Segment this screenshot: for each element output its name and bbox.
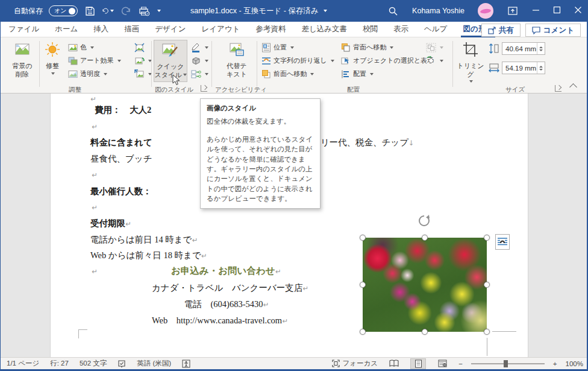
ribbon: 背景の 削除 修整 色 アート効果 透明度 (1, 37, 587, 94)
art-effects-label: アート効果 (80, 56, 114, 65)
tab-file[interactable]: ファイル (1, 22, 47, 37)
tab-layout[interactable]: レイアウト (193, 22, 248, 37)
picture-effects-button[interactable] (191, 54, 208, 67)
shape-width-input[interactable]: 54.19 mm (502, 62, 545, 74)
position-button[interactable]: 位置 (261, 41, 294, 54)
rotate-handle-icon[interactable] (417, 214, 431, 230)
resize-handle-ne[interactable] (484, 235, 490, 241)
share-button[interactable]: 共有 (481, 24, 521, 37)
minimize-button[interactable] (532, 6, 540, 16)
layout-options-button[interactable] (495, 234, 510, 250)
resize-handle-w[interactable] (360, 282, 366, 288)
tooltip-subtitle: 図全体の体裁を変えます。 (207, 117, 314, 126)
tab-insert[interactable]: 挿入 (86, 22, 116, 37)
crop-button[interactable]: トリミング (456, 40, 485, 82)
change-picture-button[interactable] (134, 54, 152, 67)
line-number[interactable]: 行: 27 (50, 359, 69, 368)
quick-styles-caret-icon (183, 74, 187, 76)
quick-access-more-icon[interactable] (157, 10, 161, 12)
send-backward-button[interactable]: 背面へ移動 (341, 41, 393, 54)
save-icon[interactable] (84, 5, 96, 17)
maximize-button[interactable] (553, 6, 561, 16)
bring-forward-button[interactable]: 前面へ移動 (261, 68, 314, 80)
proofing-icon[interactable] (117, 360, 126, 368)
tab-view[interactable]: 表示 (386, 22, 416, 37)
shape-height-input[interactable]: 40.64 mm (502, 42, 545, 55)
print-preview-icon[interactable] (138, 5, 150, 17)
tab-draw[interactable]: 描画 (116, 22, 147, 37)
page-count[interactable]: 1/1 ページ (7, 359, 39, 368)
doc-deadline-heading: 受付期限↵ (90, 218, 131, 229)
doc-contact-company: カナダ・トラベル バンクーバー支店↵ (152, 282, 308, 294)
resize-handle-n[interactable] (422, 235, 428, 241)
focus-mode-button[interactable]: フォーカス (332, 359, 378, 368)
wrap-text-button[interactable]: 文字列の折り返し (261, 54, 334, 67)
zoom-in-button[interactable]: + (553, 360, 557, 367)
web-layout-button[interactable] (434, 358, 450, 369)
word-count[interactable]: 502 文字 (80, 359, 107, 368)
document-title-text: sample1.docx - 互換モード - 保存済み (190, 6, 319, 16)
tab-home[interactable]: ホーム (47, 22, 86, 37)
ribbon-display-options-icon[interactable] (507, 5, 519, 17)
color-button[interactable]: 色 (68, 41, 94, 54)
margin-mark (487, 338, 487, 356)
undo-button[interactable] (102, 5, 114, 17)
crop-label: トリミング (456, 62, 485, 79)
user-name[interactable]: Kohama Yoshie (412, 7, 464, 15)
tab-mailings[interactable]: 差し込み文書 (293, 22, 355, 37)
zoom-out-button[interactable]: − (458, 360, 463, 367)
paragraph-mark: ↵ (92, 203, 98, 212)
tab-help[interactable]: ヘルプ (416, 22, 455, 37)
size-dialog-launcher[interactable] (555, 85, 561, 92)
tab-references[interactable]: 参考資料 (248, 22, 293, 37)
search-icon[interactable] (387, 5, 399, 17)
compress-picture-button[interactable] (134, 41, 145, 54)
zoom-level[interactable]: 100% (566, 360, 583, 367)
quick-styles-button[interactable]: クイック スタイル (154, 40, 187, 82)
remove-background-button[interactable]: 背景の 削除 (7, 40, 38, 82)
collapse-ribbon-icon[interactable] (569, 83, 577, 91)
alt-text-button[interactable]: 代替テ キスト (221, 40, 252, 82)
title-caret-icon[interactable] (324, 10, 327, 12)
bring-forward-icon (261, 69, 271, 79)
zoom-slider-thumb[interactable] (504, 360, 508, 367)
resize-handle-e[interactable] (484, 282, 490, 288)
height-spinner[interactable] (537, 43, 545, 54)
picture-border-icon (191, 43, 201, 52)
picture-layout-icon (191, 69, 201, 79)
resize-handle-sw[interactable] (360, 329, 366, 335)
width-icon (489, 63, 499, 73)
align-button[interactable]: 配置 (341, 68, 374, 80)
toggle-knob-icon (69, 8, 75, 14)
tab-review[interactable]: 校閲 (355, 22, 386, 37)
picture-layout-button[interactable] (191, 68, 208, 80)
tab-design[interactable]: デザイン (147, 22, 193, 37)
resize-handle-s[interactable] (422, 329, 428, 335)
picture-styles-dialog-launcher[interactable] (201, 85, 207, 92)
document-page[interactable]: ↵ 費用： 大人2 ↵ 料金に含まれて 代、往復フェリー代、税金、チップ↓ 昼食… (50, 94, 528, 357)
width-spinner[interactable] (537, 62, 545, 74)
corrections-button[interactable]: 修整 (40, 40, 64, 82)
picture-border-button[interactable] (191, 41, 208, 54)
comments-button[interactable]: コメント (525, 24, 581, 37)
resize-handle-nw[interactable] (360, 235, 366, 241)
print-layout-button[interactable] (410, 358, 426, 369)
language[interactable]: 英語 (米国) (137, 359, 171, 368)
zoom-slider[interactable] (471, 363, 545, 364)
read-mode-button[interactable] (386, 358, 402, 369)
reset-picture-button[interactable] (134, 68, 152, 80)
change-picture-icon (134, 56, 145, 66)
selection-pane-button[interactable]: オブジェクトの選択と表示 (341, 54, 434, 67)
avatar[interactable] (478, 3, 493, 19)
close-button[interactable] (574, 6, 582, 16)
flower-picture[interactable] (363, 238, 487, 332)
autosave-toggle[interactable]: オン (49, 5, 78, 16)
transparency-button[interactable]: 透明度 (68, 68, 107, 80)
art-effects-button[interactable]: アート効果 (68, 54, 121, 67)
shape-width-row: 54.19 mm (489, 62, 545, 74)
accessibility-icon[interactable] (182, 360, 190, 368)
resize-handle-se[interactable] (484, 329, 490, 335)
window-title: sample1.docx - 互換モード - 保存済み (190, 0, 327, 22)
color-label: 色 (80, 43, 87, 52)
rotate-button[interactable] (426, 54, 443, 67)
